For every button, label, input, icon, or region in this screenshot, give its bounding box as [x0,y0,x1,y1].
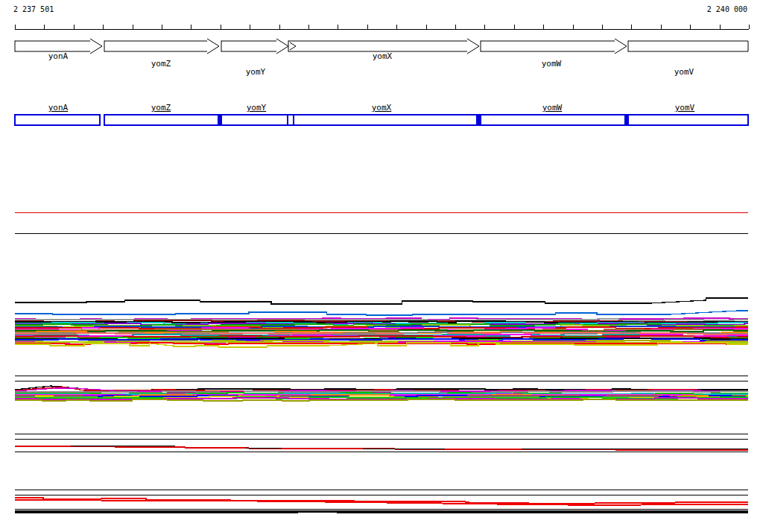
gene-box-yomW[interactable] [481,115,625,125]
gene-arrow-label-yomW: yomW [542,59,562,69]
gene-arrow-label-yomX: yomX [373,51,393,61]
profile-band-middle-line [15,387,748,391]
gene-box-label-yomY[interactable]: yomY [247,103,267,113]
gene-arrow-label-yomV: yomV [674,67,694,77]
track-gap [298,513,337,515]
gene-arrow-yomY[interactable] [221,39,288,54]
gene-box-label-yomW[interactable]: yomW [542,103,563,113]
gene-arrow-yomW[interactable] [481,39,627,54]
small-feature-box[interactable] [288,115,294,125]
gene-box-label-yomX[interactable]: yomX [372,103,392,113]
gene-box-label-yomV[interactable]: yomV [675,103,695,113]
gene-arrow-label-yomY: yomY [246,67,266,77]
gene-arrow-yomV[interactable] [628,41,748,52]
small-feature-arrow-icon [290,42,296,50]
gene-box-yomZ[interactable] [104,115,218,125]
gene-box-yonA[interactable] [15,115,100,125]
profile-band-upper-line [15,298,748,304]
gene-box-separator [218,114,221,126]
gene-box-yomV[interactable] [628,115,748,125]
gene-box-label-yomZ[interactable]: yomZ [151,103,171,113]
gene-arrow-label-yonA: yonA [48,51,69,61]
gene-arrow-label-yomZ: yomZ [151,59,171,69]
gene-box-yomY[interactable] [221,115,288,125]
gene-box-yomX[interactable] [294,115,477,125]
profile-band-upper-line [15,311,748,315]
gene-box-label-yonA[interactable]: yonA [48,103,69,113]
gene-box-separator [477,114,480,126]
gene-arrow-yomZ[interactable] [104,39,219,54]
browser-graphics: yonAyonAyomZyomZyomYyomYyomXyomXyomWyomW… [0,0,763,532]
genome-browser-canvas: 2 237 501 2 240 000 yonAyonAyomZyomZyomY… [0,0,763,532]
gene-box-separator [625,114,628,126]
